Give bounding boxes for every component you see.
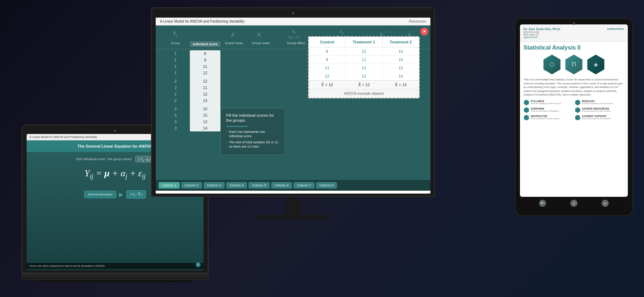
tablet-link-course-resources[interactable]: COURSE RESOURCES Find resources for this… [575, 107, 625, 113]
cell-t1-4: 12 [346, 72, 382, 80]
tooltip-line [226, 126, 248, 127]
mean-t1: X̄ = 12 [346, 81, 382, 89]
tablet-link-icon-instructor [524, 115, 529, 121]
tablet-prof-phone: 813-974-7432 [524, 31, 561, 33]
tablet-hex-symbol-1: ⬡ [549, 61, 554, 68]
tablet-appointment[interactable]: Appointment [524, 36, 561, 38]
tooltip-bullet-1: Each row represents one individual score… [226, 130, 279, 139]
nav-column-5[interactable]: Column 5 [248, 182, 270, 189]
tablet-link-icon-course-resources [575, 107, 581, 113]
tooltip-box: Fill the individual scores for the group… [220, 108, 285, 155]
monitor-device: A Linear Model for ANOVA and Partitionin… [151, 7, 435, 220]
tablet-prof-info: Dr. Eun Sook Kim, Ph.D. 813-974-7432 EDG… [524, 27, 561, 38]
mean-t2: X̄ = 14 [383, 81, 419, 89]
dataset-means-row: X̄ = 10 X̄ = 12 X̄ = 14 [309, 80, 419, 89]
tablet-link-icon-syllabus [524, 100, 529, 106]
monitor-title-bar: A Linear Model for ANOVA and Partitionin… [156, 18, 430, 25]
laptop-main-formula: Yij = μ + αj + εij [85, 168, 146, 180]
cell-t1-1: 12 [346, 47, 382, 55]
col-header-grand-mean: Grand mean [220, 41, 247, 45]
monitor-main-content: ✕ Yij μ μj αj [156, 25, 430, 191]
dataset-header-treatment1: Treatment 1 [346, 37, 382, 47]
tablet-link-syllabus[interactable]: SYLLABUS Find the syllabus for this cour… [524, 100, 573, 106]
anova-denotation-button[interactable]: ANOVA Denotation [84, 191, 117, 198]
monitor-camera [292, 12, 294, 15]
tablet-link-icon-student-support [575, 115, 581, 121]
tablet-brand: edat2stAtiss [607, 27, 624, 31]
tablet-hex-icon-1: ⬡ [542, 55, 562, 74]
group-column: 1 1 1 1 2 2 2 2 3 3 3 3 [161, 50, 190, 131]
nav-arrows-bar: Column 1 Column 2 Column 3 Column 4 Colu… [156, 180, 430, 191]
tablet-content: Dr. Eun Sook Kim, Ph.D. 813-974-7432 EDG… [520, 24, 628, 197]
laptop-info-icon[interactable]: i [196, 262, 201, 267]
tablet-home-bar: 🔍 ≡ ↩ [520, 197, 628, 210]
tablet-link-icon-overview [524, 107, 529, 113]
cell-t2-2: 15 [383, 56, 419, 64]
tablet-link-icon-modules [575, 100, 581, 106]
tablet-menu-icon[interactable]: ≡ [570, 200, 577, 207]
tablet-link-student-support[interactable]: STUDENT SUPPORT Find resources for this … [575, 115, 625, 121]
tablet-prof-name: Dr. Eun Sook Kim, Ph.D. [524, 27, 561, 31]
cell-t2-1: 15 [383, 47, 419, 55]
tablet-link-instructor[interactable]: INSTRUCTOR Find resources for this cours… [524, 115, 573, 121]
nav-column-8[interactable]: Column 8 [316, 182, 337, 189]
nav-column-7[interactable]: Column 7 [293, 182, 315, 189]
col-header-group-mean: Group mean [247, 41, 274, 45]
tablet-back-icon[interactable]: ↩ [602, 200, 609, 207]
table-row: 8 12 15 [309, 47, 419, 56]
monitor-screen-frame: A Linear Model for ANOVA and Partitionin… [151, 7, 435, 197]
monitor-base [257, 215, 329, 220]
cell-control-4: 12 [309, 72, 346, 80]
cell-t1-2: 11 [346, 56, 382, 64]
col-header-group: Group [161, 41, 190, 45]
laptop-base [22, 273, 209, 280]
table-row: 12 12 14 [309, 72, 419, 80]
monitor-resources-button[interactable]: Resources [409, 19, 426, 23]
tablet-camera [572, 22, 575, 25]
table-row: 11 12 12 [309, 64, 419, 72]
monitor-stand [282, 197, 304, 215]
nav-column-4[interactable]: Column 4 [226, 182, 247, 189]
laptop-foot [36, 280, 195, 283]
tablet-search-icon[interactable]: 🔍 [539, 200, 546, 207]
laptop-arrow-icon: ▶ [119, 191, 123, 198]
dataset-title: ANOVA example dataset [309, 89, 419, 98]
tablet-link-info-syllabus: SYLLABUS Find the syllabus for this cour… [531, 100, 562, 105]
tablet-link-info-course-resources: COURSE RESOURCES Find resources for this… [582, 107, 611, 112]
laptop-slide-title: The General Linear Equation for ANOVA [77, 144, 152, 148]
tablet-link-info-instructor: INSTRUCTOR Find resources for this cours… [531, 115, 560, 120]
monitor-title: A Linear Model for ANOVA and Partitionin… [160, 19, 245, 23]
table-row: 9 11 15 [309, 56, 419, 64]
col-header-individual-score: Individual score [190, 41, 220, 47]
anova-dataset-table: Control Treatment 1 Treatment 2 8 12 15 … [308, 36, 420, 98]
cell-control-1: 8 [309, 47, 346, 55]
laptop-buttons-row: ANOVA Denotation ▶ ( Xij − X̄j ) [84, 190, 146, 199]
nav-column-3[interactable]: Column 3 [204, 182, 225, 189]
nav-column-2[interactable]: Column 2 [181, 182, 202, 189]
tablet-body-text: This is an intermediate level statistics… [520, 76, 628, 100]
tablet-link-overview[interactable]: OVERVIEW Find an overview of Statistics. [524, 107, 573, 113]
tablet-prof-course-code: EDG 6931-57 [524, 33, 561, 36]
tablet-device: Dr. Eun Sook Kim, Ph.D. 813-974-7432 EDG… [515, 18, 633, 216]
tablet-link-info-modules: MODULES Find the modules for this course… [582, 100, 613, 105]
tablet-hex-symbol-2: Π [572, 61, 576, 68]
monitor-screen: A Linear Model for ANOVA and Partitionin… [156, 18, 430, 194]
cell-t2-4: 14 [383, 72, 419, 80]
individual-score-column: 8 9 11 12 12 11 12 13 15 15 12 14 [190, 50, 220, 131]
close-button[interactable]: ✕ [420, 28, 428, 36]
tablet-link-modules[interactable]: MODULES Find the modules for this course… [575, 100, 625, 106]
tablet-link-info-student-support: STUDENT SUPPORT Find resources for this … [582, 115, 611, 120]
tablet-brand-name: edat2stAtiss [607, 27, 624, 31]
formula-button[interactable]: ( Xij − X̄j ) [126, 190, 146, 199]
nav-column-1[interactable]: Column 1 [159, 182, 180, 189]
tablet-hex-icon-2: Π [564, 55, 584, 74]
dataset-header-row: Control Treatment 1 Treatment 2 [309, 37, 419, 47]
tablet-hex-icon-3: ◈ [586, 55, 606, 74]
cell-control-3: 11 [309, 64, 346, 72]
cell-t2-3: 12 [383, 64, 419, 72]
tooltip-title: Fill the individual scores for the group… [226, 113, 279, 123]
tablet-header: Dr. Eun Sook Kim, Ph.D. 813-974-7432 EDG… [520, 24, 628, 42]
nav-column-6[interactable]: Column 6 [271, 182, 292, 189]
laptop-title: A Linear Model for ANOVA and Partitionin… [29, 135, 97, 139]
laptop-subtitle: (the individual score - the group mean) … [76, 157, 154, 162]
